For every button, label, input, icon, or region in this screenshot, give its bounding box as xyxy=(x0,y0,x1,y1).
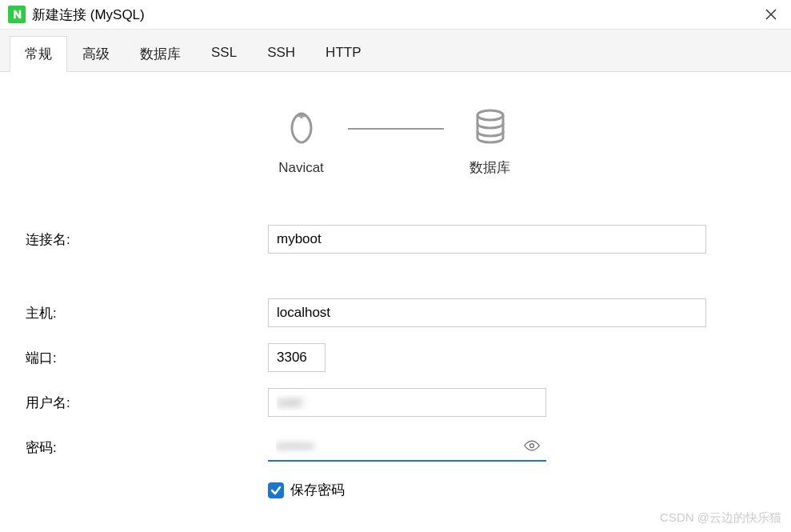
eye-icon[interactable] xyxy=(524,438,540,457)
database-icon xyxy=(468,104,513,149)
row-host: 主机: xyxy=(24,298,767,327)
input-username[interactable] xyxy=(268,388,546,417)
watermark: CSDN @云边的快乐猫 xyxy=(660,510,781,526)
row-password: 密码: xyxy=(24,433,767,462)
row-save-password: 保存密码 xyxy=(268,481,767,499)
diagram-source-label: Navicat xyxy=(278,160,324,176)
close-button[interactable] xyxy=(759,5,783,24)
tab-content: Navicat 数据库 连接名: xyxy=(0,71,791,532)
diagram-connector xyxy=(348,128,444,130)
row-port: 端口: xyxy=(24,343,767,372)
input-port[interactable] xyxy=(268,343,326,372)
label-save-password: 保存密码 xyxy=(290,481,345,499)
tab-bar: 常规 高级 数据库 SSL SSH HTTP xyxy=(0,30,791,72)
label-port: 端口: xyxy=(24,349,268,367)
diagram-source: Navicat xyxy=(278,106,324,176)
input-password[interactable] xyxy=(268,433,546,462)
input-host[interactable] xyxy=(268,298,706,327)
svg-point-0 xyxy=(477,110,503,120)
tab-general[interactable]: 常规 xyxy=(10,36,67,72)
label-password: 密码: xyxy=(24,438,268,457)
tab-ssh[interactable]: SSH xyxy=(252,36,310,72)
row-connection-name: 连接名: xyxy=(24,225,767,254)
tab-ssl[interactable]: SSL xyxy=(196,36,252,72)
navicat-icon xyxy=(279,106,324,150)
connection-form: 连接名: 主机: 端口: 用户名: 密码: xyxy=(24,225,767,499)
tab-database[interactable]: 数据库 xyxy=(125,36,196,72)
navicat-app-icon xyxy=(8,6,26,23)
window-title: 新建连接 (MySQL) xyxy=(32,6,145,24)
tab-http[interactable]: HTTP xyxy=(310,36,376,72)
diagram-target: 数据库 xyxy=(468,104,513,177)
checkbox-save-password[interactable] xyxy=(268,482,284,498)
titlebar: 新建连接 (MySQL) xyxy=(0,0,791,30)
svg-point-1 xyxy=(530,444,534,448)
label-connection-name: 连接名: xyxy=(24,230,268,249)
tab-advanced[interactable]: 高级 xyxy=(67,36,125,72)
label-username: 用户名: xyxy=(24,394,268,412)
diagram-target-label: 数据库 xyxy=(469,158,510,177)
label-host: 主机: xyxy=(24,304,268,322)
input-connection-name[interactable] xyxy=(268,225,706,254)
connection-diagram: Navicat 数据库 xyxy=(24,104,767,177)
dialog-window: 新建连接 (MySQL) 常规 高级 数据库 SSL SSH HTTP xyxy=(0,0,791,532)
row-username: 用户名: xyxy=(24,388,767,417)
